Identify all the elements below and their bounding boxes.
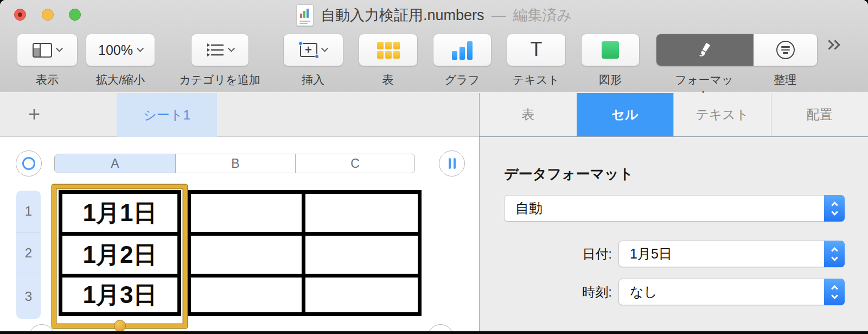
stepper-icon[interactable] [824, 279, 845, 305]
column-header-a[interactable]: A [55, 154, 175, 173]
sheet-tab-bar: + シート1 [0, 93, 479, 137]
add-row-handle[interactable] [29, 324, 55, 331]
cell-c2[interactable] [305, 236, 418, 274]
chevron-down-icon [321, 45, 328, 52]
column-header-b[interactable]: B [175, 154, 295, 173]
format-brush-icon [697, 41, 714, 59]
text-icon: T [531, 40, 542, 59]
stepper-icon[interactable] [824, 241, 845, 267]
table-button[interactable] [359, 34, 418, 66]
view-button[interactable] [17, 34, 78, 66]
shape-label: 図形 [578, 72, 643, 87]
tab-arrange[interactable]: 配置 [771, 93, 868, 136]
row-header-bar: 1 2 3 [16, 191, 41, 319]
chevron-right-icon [830, 40, 840, 49]
chevron-down-icon [56, 45, 63, 52]
window-chrome: 自動入力検証用.numbers — 編集済み 表示 100% 拡大/縮小 [0, 0, 868, 92]
date-label: 日付: [556, 241, 612, 267]
organize-label: 整理 [752, 72, 818, 87]
bar-icon [449, 158, 451, 169]
title-bar: 自動入力検証用.numbers — 編集済み [0, 4, 868, 27]
zoom-label: 拡大/縮小 [88, 72, 153, 87]
table-columns-bc [187, 190, 422, 316]
sheet-canvas: A B C 1 2 3 1月1日 1月2日 1月3日 [0, 137, 479, 331]
cell-b1[interactable] [191, 194, 302, 232]
table-label: 表 [355, 72, 420, 87]
shape-icon [602, 41, 619, 59]
table-select-handle[interactable] [16, 150, 42, 177]
view-label: 表示 [15, 72, 80, 87]
cell-b3[interactable] [191, 278, 302, 312]
stepper-icon[interactable] [824, 195, 845, 222]
toolbar-overflow-button[interactable] [826, 41, 839, 48]
sheet-tab-1[interactable]: シート1 [117, 93, 217, 137]
date-format-select[interactable]: 1月5日 [618, 241, 845, 267]
cell-c3[interactable] [305, 278, 418, 312]
time-label: 時刻: [556, 279, 612, 305]
column-selection-frame [52, 185, 187, 328]
format-organize-segment [656, 34, 818, 66]
chevron-down-icon [228, 45, 235, 52]
chevron-down-icon [137, 45, 144, 52]
cell-b2[interactable] [191, 236, 302, 274]
zoom-button[interactable]: 100% [86, 34, 155, 66]
table-icon [377, 42, 400, 59]
grid-line [191, 274, 418, 278]
selection-resize-handle[interactable] [114, 320, 126, 331]
row-header-1[interactable]: 1 [16, 191, 41, 232]
organize-filter-icon [776, 41, 795, 59]
format-button[interactable] [656, 34, 754, 66]
text-button[interactable]: T [507, 34, 566, 66]
column-header-bar: A B C [54, 154, 415, 173]
add-category-label: カテゴリを追加 [160, 72, 279, 87]
category-list-icon [207, 43, 224, 57]
data-format-value: 自動 [505, 199, 824, 217]
add-sheet-button[interactable]: + [21, 100, 48, 128]
data-format-heading: データフォーマット [504, 165, 633, 184]
grid-line [302, 194, 305, 312]
add-category-button[interactable] [191, 34, 249, 66]
bar-icon [454, 158, 456, 169]
numbers-doc-icon [296, 4, 314, 26]
shape-button[interactable] [581, 34, 640, 66]
inspector-tab-bar: 表 セル テキスト 配置 [480, 93, 868, 137]
bar-chart-icon [452, 40, 473, 60]
insert-label: 挿入 [280, 72, 346, 87]
cell-inspector-panel: データフォーマット 自動 日付: 1月5日 時刻: なし [480, 137, 868, 331]
text-label: テキスト [503, 72, 569, 87]
insert-icon: + [300, 43, 317, 57]
zoom-value: 100% [98, 42, 133, 58]
title-separator: — [491, 7, 506, 24]
data-format-select[interactable]: 自動 [504, 195, 845, 222]
chart-label: グラフ [430, 72, 495, 87]
organize-button[interactable] [754, 34, 817, 66]
column-header-c[interactable]: C [295, 154, 414, 173]
view-panels-icon [33, 43, 52, 58]
tab-text[interactable]: テキスト [673, 93, 771, 136]
window-bottom-edge [0, 331, 868, 334]
row-header-3[interactable]: 3 [16, 274, 41, 319]
add-column-handle[interactable] [439, 150, 465, 177]
tab-table[interactable]: 表 [480, 93, 577, 136]
time-format-value: なし [619, 283, 824, 301]
table-resize-handle[interactable] [427, 324, 454, 331]
chart-button[interactable] [433, 34, 492, 66]
date-format-value: 1月5日 [619, 245, 824, 263]
row-header-2[interactable]: 2 [16, 232, 41, 274]
window-title: 自動入力検証用.numbers [321, 5, 484, 25]
insert-button[interactable]: + [283, 34, 343, 66]
tab-cell[interactable]: セル [577, 93, 674, 136]
edited-status: 編集済み [513, 5, 572, 25]
grid-line [191, 232, 418, 236]
circle-icon [22, 157, 35, 170]
cell-c1[interactable] [305, 194, 418, 232]
numbers-window: 自動入力検証用.numbers — 編集済み 表示 100% 拡大/縮小 [0, 0, 868, 334]
time-format-select[interactable]: なし [618, 279, 845, 305]
